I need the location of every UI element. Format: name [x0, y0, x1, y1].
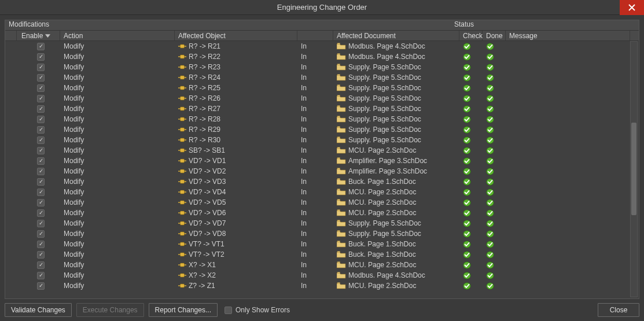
enable-checkbox[interactable]	[37, 157, 45, 165]
header-message[interactable]: Message	[506, 31, 630, 40]
enable-checkbox[interactable]	[37, 241, 45, 248]
only-show-errors[interactable]: Only Show Errors	[225, 306, 290, 314]
enable-cell[interactable]	[17, 230, 60, 238]
table-row[interactable]: ModifyR? -> R23InSupply. Page 5.SchDoc	[5, 62, 639, 72]
table-row[interactable]: ModifySB? -> SB1InMCU. Page 2.SchDoc	[5, 145, 639, 156]
enable-cell[interactable]	[17, 220, 60, 227]
report-changes-button[interactable]: Report Changes...	[149, 303, 218, 317]
enable-cell[interactable]	[17, 251, 60, 259]
table-row[interactable]: ModifyR? -> R24InSupply. Page 5.SchDoc	[5, 72, 639, 83]
table-row[interactable]: ModifyVD? -> VD3InBuck. Page 1.SchDoc	[5, 176, 639, 187]
enable-checkbox[interactable]	[37, 136, 45, 144]
table-row[interactable]: ModifyR? -> R25InSupply. Page 5.SchDoc	[5, 83, 639, 93]
document-cell: Modbus. Page 4.SchDoc	[333, 42, 459, 50]
table-row[interactable]: ModifyVD? -> VD7InSupply. Page 5.SchDoc	[5, 218, 639, 228]
enable-cell[interactable]	[17, 178, 60, 186]
enable-cell[interactable]	[17, 126, 60, 134]
check-ok-icon	[463, 178, 471, 186]
table-row[interactable]: ModifyVD? -> VD1InAmplifier. Page 3.SchD…	[5, 156, 639, 166]
enable-checkbox[interactable]	[37, 220, 45, 227]
enable-cell[interactable]	[17, 209, 60, 217]
svg-rect-12	[337, 85, 340, 86]
enable-cell[interactable]	[17, 189, 60, 196]
object-cell: R? -> R26	[175, 94, 297, 102]
enable-cell[interactable]	[17, 272, 60, 279]
enable-checkbox[interactable]	[37, 189, 45, 196]
enable-checkbox[interactable]	[37, 74, 45, 82]
header-affected-object[interactable]: Affected Object	[175, 31, 297, 40]
enable-checkbox[interactable]	[37, 95, 45, 102]
table-row[interactable]: ModifyR? -> R21InModbus. Page 4.SchDoc	[5, 41, 639, 51]
action-cell: Modify	[60, 198, 175, 206]
enable-cell[interactable]	[17, 157, 60, 165]
enable-cell[interactable]	[17, 261, 60, 269]
enable-cell[interactable]	[17, 74, 60, 82]
enable-cell[interactable]	[17, 84, 60, 92]
enable-cell[interactable]	[17, 116, 60, 123]
enable-checkbox[interactable]	[37, 178, 45, 186]
done-cell	[483, 105, 506, 113]
window-close-button[interactable]	[620, 0, 644, 15]
table-row[interactable]: ModifyR? -> R28InSupply. Page 5.SchDoc	[5, 114, 639, 124]
enable-cell[interactable]	[17, 136, 60, 144]
only-show-errors-checkbox[interactable]	[225, 307, 232, 314]
vertical-scrollbar[interactable]	[630, 41, 638, 297]
enable-checkbox[interactable]	[37, 43, 45, 50]
enable-checkbox[interactable]	[37, 53, 45, 61]
table-row[interactable]: ModifyR? -> R22InModbus. Page 4.SchDoc	[5, 51, 639, 62]
enable-cell[interactable]	[17, 241, 60, 248]
enable-checkbox[interactable]	[37, 147, 45, 154]
enable-checkbox[interactable]	[37, 261, 45, 269]
table-row[interactable]: ModifyX? -> X1InMCU. Page 2.SchDoc	[5, 260, 639, 270]
enable-cell[interactable]	[17, 105, 60, 113]
enable-checkbox[interactable]	[37, 168, 45, 175]
enable-cell[interactable]	[17, 43, 60, 50]
table-row[interactable]: ModifyX? -> X2InModbus. Page 4.SchDoc	[5, 270, 639, 281]
check-ok-icon	[463, 220, 471, 227]
enable-cell[interactable]	[17, 64, 60, 71]
table-row[interactable]: ModifyVD? -> VD2InAmplifier. Page 3.SchD…	[5, 166, 639, 176]
in-cell: In	[297, 282, 333, 290]
check-ok-icon	[463, 157, 471, 165]
enable-checkbox[interactable]	[37, 105, 45, 113]
grid-body[interactable]: ModifyR? -> R21InModbus. Page 4.SchDocMo…	[5, 41, 639, 298]
enable-checkbox[interactable]	[37, 230, 45, 238]
enable-checkbox[interactable]	[37, 282, 45, 290]
header-check[interactable]: Check	[459, 31, 483, 40]
table-row[interactable]: ModifyVD? -> VD4InMCU. Page 2.SchDoc	[5, 187, 639, 197]
close-button[interactable]: Close	[598, 303, 639, 317]
enable-checkbox[interactable]	[37, 251, 45, 259]
enable-cell[interactable]	[17, 282, 60, 290]
scrollbar-thumb[interactable]	[631, 123, 636, 215]
enable-checkbox[interactable]	[37, 199, 45, 206]
enable-checkbox[interactable]	[37, 84, 45, 92]
component-icon	[178, 136, 186, 143]
header-done[interactable]: Done	[483, 31, 506, 40]
table-row[interactable]: ModifyR? -> R30InSupply. Page 5.SchDoc	[5, 135, 639, 145]
table-row[interactable]: ModifyVT? -> VT1InBuck. Page 1.SchDoc	[5, 239, 639, 249]
table-row[interactable]: ModifyVD? -> VD6InMCU. Page 2.SchDoc	[5, 208, 639, 218]
enable-checkbox[interactable]	[37, 272, 45, 279]
component-icon	[178, 178, 186, 185]
table-row[interactable]: ModifyVD? -> VD5InMCU. Page 2.SchDoc	[5, 197, 639, 208]
enable-checkbox[interactable]	[37, 209, 45, 217]
header-enable[interactable]: Enable	[17, 31, 60, 40]
enable-cell[interactable]	[17, 199, 60, 206]
table-row[interactable]: ModifyVT? -> VT2InBuck. Page 1.SchDoc	[5, 249, 639, 260]
done-ok-icon	[486, 157, 494, 165]
table-row[interactable]: ModifyZ? -> Z1InMCU. Page 2.SchDoc	[5, 281, 639, 291]
enable-cell[interactable]	[17, 147, 60, 154]
enable-checkbox[interactable]	[37, 126, 45, 134]
enable-checkbox[interactable]	[37, 116, 45, 123]
enable-cell[interactable]	[17, 95, 60, 102]
validate-changes-button[interactable]: Validate Changes	[5, 303, 72, 317]
header-affected-document[interactable]: Affected Document	[333, 31, 459, 40]
table-row[interactable]: ModifyVD? -> VD8InSupply. Page 5.SchDoc	[5, 228, 639, 239]
table-row[interactable]: ModifyR? -> R26InSupply. Page 5.SchDoc	[5, 93, 639, 104]
table-row[interactable]: ModifyR? -> R27InSupply. Page 5.SchDoc	[5, 104, 639, 114]
enable-checkbox[interactable]	[37, 64, 45, 71]
table-row[interactable]: ModifyR? -> R29InSupply. Page 5.SchDoc	[5, 124, 639, 135]
enable-cell[interactable]	[17, 53, 60, 61]
enable-cell[interactable]	[17, 168, 60, 175]
header-action[interactable]: Action	[60, 31, 175, 40]
